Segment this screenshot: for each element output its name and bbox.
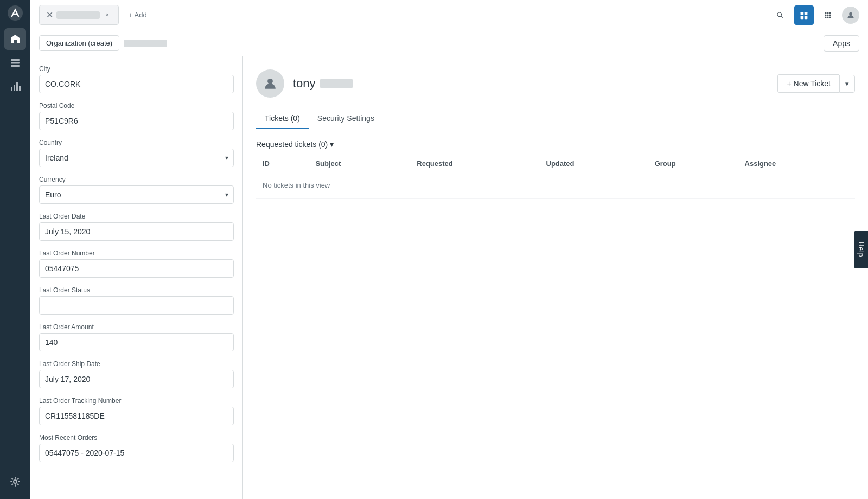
content-area: CityPostal CodeCountryIrelandCurrencyEur… — [30, 56, 868, 499]
field-label-postal-code: Postal Code — [39, 102, 234, 110]
table-header-subject: Subject — [309, 155, 410, 172]
field-group-city: City — [39, 65, 234, 93]
nav-settings[interactable] — [4, 471, 26, 492]
field-input-last-order-status[interactable] — [39, 296, 234, 315]
tab-close-button[interactable]: × — [103, 11, 112, 20]
svg-point-0 — [8, 5, 23, 21]
svg-rect-9 — [801, 12, 804, 15]
search-button[interactable] — [770, 5, 790, 25]
nav-reporting[interactable] — [4, 76, 26, 98]
field-label-currency: Currency — [39, 176, 234, 183]
new-ticket-group: + New Ticket ▾ — [777, 74, 855, 93]
svg-point-17 — [827, 14, 828, 16]
svg-point-19 — [825, 16, 826, 18]
svg-point-18 — [829, 14, 831, 16]
add-tab-label: + Add — [129, 11, 147, 19]
field-input-last-order-amount[interactable] — [39, 333, 234, 351]
select-wrapper-currency: Euro — [39, 185, 234, 204]
svg-point-8 — [14, 480, 17, 483]
svg-rect-1 — [11, 59, 20, 61]
new-ticket-dropdown-button[interactable]: ▾ — [839, 75, 855, 93]
field-input-most-recent-orders[interactable] — [39, 444, 234, 462]
user-header: tony + New Ticket ▾ — [256, 69, 855, 98]
field-label-last-order-tracking-number: Last Order Tracking Number — [39, 397, 234, 405]
svg-point-16 — [825, 14, 826, 16]
svg-rect-4 — [11, 87, 12, 91]
top-bar: ✕ × + Add — [30, 0, 868, 30]
field-label-last-order-ship-date: Last Order Ship Date — [39, 360, 234, 368]
field-group-last-order-date: Last Order Date — [39, 213, 234, 241]
svg-rect-11 — [801, 16, 804, 19]
table-header-id: ID — [256, 155, 309, 172]
field-group-most-recent-orders: Most Recent Orders — [39, 434, 234, 462]
field-input-city[interactable] — [39, 75, 234, 93]
field-group-last-order-amount: Last Order Amount — [39, 323, 234, 351]
field-label-last-order-status: Last Order Status — [39, 286, 234, 294]
apps-button[interactable]: Apps — [824, 35, 859, 52]
nav-home[interactable] — [4, 28, 26, 50]
sub-bar-placeholder — [124, 40, 167, 47]
tickets-empty-row: No tickets in this view — [256, 172, 855, 199]
current-tab[interactable]: ✕ × — [39, 5, 119, 25]
tickets-table: IDSubjectRequestedUpdatedGroupAssignee N… — [256, 155, 855, 199]
svg-rect-2 — [11, 62, 20, 64]
field-input-last-order-ship-date[interactable] — [39, 370, 234, 388]
field-input-postal-code[interactable] — [39, 112, 234, 130]
tab-security[interactable]: Security Settings — [309, 108, 383, 129]
nav-views[interactable] — [4, 52, 26, 74]
svg-point-21 — [829, 16, 831, 18]
user-name-text: tony — [293, 76, 316, 91]
tab-close-icon[interactable]: ✕ — [46, 10, 53, 20]
field-select-currency[interactable]: Euro — [39, 185, 234, 204]
tabs-bar: Tickets (0) Security Settings — [256, 108, 855, 129]
right-panel: tony + New Ticket ▾ Tickets (0) Security… — [243, 56, 868, 499]
org-create-button[interactable]: Organization (create) — [39, 35, 119, 51]
svg-rect-10 — [805, 12, 808, 15]
svg-point-15 — [829, 12, 831, 14]
add-tab-button[interactable]: + Add — [123, 8, 152, 22]
svg-rect-12 — [805, 16, 808, 19]
tab-title-placeholder — [56, 11, 100, 19]
field-input-last-order-number[interactable] — [39, 259, 234, 278]
field-input-last-order-date[interactable] — [39, 222, 234, 241]
field-label-last-order-number: Last Order Number — [39, 250, 234, 257]
tickets-table-header-row: IDSubjectRequestedUpdatedGroupAssignee — [256, 155, 855, 172]
tab-tickets[interactable]: Tickets (0) — [256, 108, 309, 129]
new-ticket-button[interactable]: + New Ticket — [777, 74, 839, 93]
left-navigation — [0, 0, 30, 499]
svg-point-14 — [827, 12, 828, 14]
field-label-country: Country — [39, 139, 234, 146]
left-panel: CityPostal CodeCountryIrelandCurrencyEur… — [30, 56, 243, 499]
table-header-group: Group — [648, 155, 738, 172]
user-avatar-top[interactable] — [842, 7, 859, 24]
user-name-placeholder — [320, 79, 353, 88]
svg-point-20 — [827, 16, 828, 18]
field-label-most-recent-orders: Most Recent Orders — [39, 434, 234, 442]
field-group-last-order-ship-date: Last Order Ship Date — [39, 360, 234, 388]
svg-rect-3 — [11, 65, 20, 67]
table-header-updated: Updated — [540, 155, 648, 172]
field-label-last-order-amount: Last Order Amount — [39, 323, 234, 331]
svg-rect-6 — [16, 82, 18, 91]
field-group-country: CountryIreland — [39, 139, 234, 167]
current-app-button[interactable] — [794, 5, 814, 25]
field-group-last-order-status: Last Order Status — [39, 286, 234, 315]
requested-tickets-label: Requested tickets (0) — [256, 140, 328, 149]
table-header-assignee: Assignee — [738, 155, 855, 172]
tickets-section-header: Requested tickets (0) ▾ — [256, 140, 855, 149]
svg-rect-5 — [14, 85, 15, 91]
field-select-country[interactable]: Ireland — [39, 149, 234, 167]
tickets-chevron: ▾ — [330, 140, 334, 149]
field-group-last-order-tracking-number: Last Order Tracking Number — [39, 397, 234, 425]
help-button[interactable]: Help — [854, 231, 868, 268]
field-group-currency: CurrencyEuro — [39, 176, 234, 204]
field-group-last-order-number: Last Order Number — [39, 250, 234, 278]
table-header-requested: Requested — [410, 155, 539, 172]
user-name-container: tony — [293, 76, 353, 91]
sub-bar: Organization (create) Apps — [30, 30, 868, 56]
requested-tickets-title[interactable]: Requested tickets (0) ▾ — [256, 140, 334, 149]
grid-apps-button[interactable] — [818, 5, 838, 25]
app-logo — [7, 4, 24, 22]
field-label-last-order-date: Last Order Date — [39, 213, 234, 220]
field-input-last-order-tracking-number[interactable] — [39, 407, 234, 425]
